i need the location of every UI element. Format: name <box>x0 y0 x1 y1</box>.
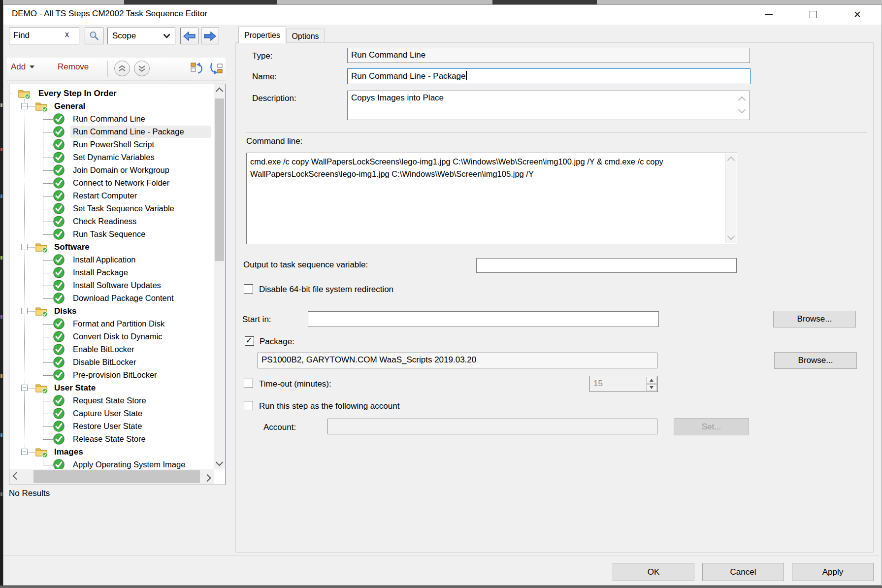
step-check-icon <box>53 190 65 202</box>
tree-item[interactable]: Every Step In Order <box>9 87 213 100</box>
tree-item[interactable]: Download Package Content <box>9 292 213 305</box>
tree-item-label: Enable BitLocker <box>73 345 134 354</box>
step-icon-wrap <box>53 330 65 345</box>
tree-item[interactable]: Pre-provision BitLocker <box>9 369 213 382</box>
tree-guide-line <box>28 388 35 389</box>
scroll-up-button[interactable] <box>214 84 225 95</box>
step-check-icon <box>53 369 65 381</box>
tree-item[interactable]: Apply Operating System Image <box>9 458 213 469</box>
close-icon: ✕ <box>853 10 861 19</box>
move-step-down-button[interactable] <box>134 61 150 76</box>
tree-item[interactable]: Connect to Network Folder <box>9 177 213 190</box>
tree-horizontal-scrollbar[interactable] <box>9 469 214 484</box>
apply-button[interactable]: Apply <box>792 563 874 581</box>
tab-properties[interactable]: Properties <box>238 27 286 43</box>
tree-item[interactable]: Install Application <box>9 254 213 266</box>
scope-dropdown[interactable]: Scope <box>107 28 175 44</box>
tree-item[interactable]: Install Package <box>9 266 213 279</box>
add-button[interactable]: Add <box>11 62 34 72</box>
double-chevron-down-icon <box>138 65 146 72</box>
screen: DEMO - All TS Steps CM2002 Task Sequence… <box>0 0 882 588</box>
tree-item-label: Set Task Sequence Variable <box>73 204 174 213</box>
scroll-down-button[interactable] <box>214 458 225 469</box>
chevron-down-icon <box>163 33 170 38</box>
collapse-toggle[interactable] <box>21 449 28 455</box>
tree-item[interactable]: Set Dynamic Variables <box>9 151 213 164</box>
tree-item-label: Pre-provision BitLocker <box>73 370 157 380</box>
tree-item[interactable]: Set Task Sequence Variable <box>9 202 213 215</box>
find-next-button[interactable] <box>201 28 219 44</box>
collapse-toggle[interactable] <box>21 308 28 314</box>
step-icon-wrap <box>53 228 65 242</box>
tree-item[interactable]: Run Task Sequence <box>9 228 213 241</box>
folder-icon <box>35 100 49 112</box>
tab-options[interactable]: Options <box>286 29 325 43</box>
minimize-button[interactable] <box>754 5 783 24</box>
tree-item[interactable]: Software <box>9 241 213 254</box>
tree-vertical-scrollbar[interactable] <box>214 84 225 469</box>
tree-item[interactable]: Request State Store <box>9 394 213 407</box>
find-clear-button[interactable]: x <box>65 30 69 39</box>
tree-item[interactable]: Run Command Line - Package <box>9 126 213 138</box>
chevron-right-icon <box>203 474 211 482</box>
tree-item[interactable]: Check Readiness <box>9 215 213 228</box>
tree-item[interactable]: Disable BitLocker <box>9 356 213 369</box>
horizontal-scroll-thumb[interactable] <box>33 470 200 483</box>
tree-item-label: Capture User State <box>73 409 142 418</box>
cancel-button[interactable]: Cancel <box>702 563 784 581</box>
window-title: DEMO - All TS Steps CM2002 Task Sequence… <box>12 9 207 19</box>
find-input[interactable] <box>13 31 59 40</box>
tree-guide-line <box>43 183 53 184</box>
close-button[interactable]: ✕ <box>843 5 872 24</box>
collapse-toggle[interactable] <box>21 385 28 391</box>
tree-item[interactable]: Disks <box>9 305 213 318</box>
step-check-icon <box>53 215 65 228</box>
tree-item[interactable]: Capture User State <box>9 407 213 420</box>
find-previous-button[interactable] <box>180 28 198 44</box>
tree-guide-line <box>43 414 53 414</box>
move-step-up-button[interactable] <box>114 61 130 76</box>
tree-item[interactable]: Images <box>9 446 213 458</box>
step-check-icon <box>53 407 65 420</box>
tree-item[interactable]: Format and Partition Disk <box>9 318 213 330</box>
step-icon-wrap <box>53 138 65 153</box>
collapse-all-icon <box>209 61 224 76</box>
tree-item-label: Install Application <box>73 255 136 264</box>
tree-item[interactable]: Restart Computer <box>9 190 213 202</box>
tree-guide-line <box>43 375 53 376</box>
collapse-toggle[interactable] <box>21 244 28 250</box>
vertical-scroll-thumb[interactable] <box>215 98 224 261</box>
tree-item[interactable]: General <box>9 100 213 113</box>
tree-guide-line <box>43 234 53 235</box>
scroll-left-button[interactable] <box>9 469 22 484</box>
step-icon-wrap <box>53 369 65 383</box>
tree-item[interactable]: Enable BitLocker <box>9 343 213 356</box>
scroll-right-button[interactable] <box>201 469 214 484</box>
tree-item[interactable]: Run Command Line <box>9 113 213 126</box>
tree-item[interactable]: Release State Store <box>9 433 213 446</box>
step-check-icon <box>53 113 65 125</box>
maximize-button[interactable] <box>799 5 827 24</box>
tree-item[interactable]: Restore User State <box>9 420 213 433</box>
tree-item-label: Request State Store <box>73 396 146 405</box>
arrow-right-icon <box>204 32 216 41</box>
tree-item[interactable]: Run PowerShell Script <box>9 138 213 151</box>
expand-all-button[interactable] <box>190 61 205 78</box>
search-button[interactable] <box>85 28 103 44</box>
folder-icon-wrap <box>18 88 32 101</box>
tree-item[interactable]: User State <box>9 382 213 394</box>
tree-item[interactable]: Join Domain or Workgroup <box>9 164 213 177</box>
arrow-left-icon <box>183 32 196 41</box>
tree-item[interactable]: Convert Disk to Dynamic <box>9 330 213 343</box>
tree-guide-line <box>43 362 53 363</box>
ok-button[interactable]: OK <box>613 563 694 581</box>
remove-button[interactable]: Remove <box>58 62 89 72</box>
tree-item[interactable]: Install Software Updates <box>9 279 213 292</box>
step-icon-wrap <box>53 343 65 358</box>
tree-item-label: General <box>54 101 85 111</box>
step-check-icon <box>53 292 65 304</box>
tree-guide-line <box>28 452 35 453</box>
collapse-all-button[interactable] <box>209 61 224 78</box>
step-check-icon <box>53 356 65 368</box>
collapse-toggle[interactable] <box>21 103 28 109</box>
